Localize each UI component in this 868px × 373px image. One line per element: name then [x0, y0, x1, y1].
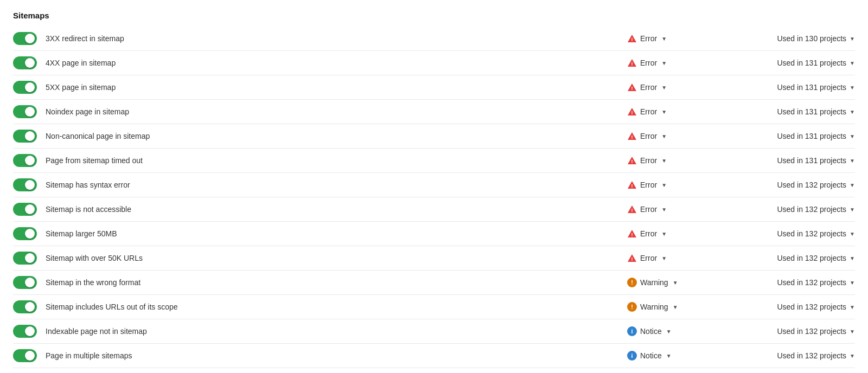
warning-icon: ! [627, 278, 637, 287]
row-label: Sitemap includes URLs out of its scope [46, 303, 178, 311]
table-row: Sitemap larger 50MB ! Error ▼ Used in 13… [13, 222, 855, 246]
toggle-thumb [25, 253, 35, 263]
severity-dropdown[interactable]: i Notice ▼ [627, 351, 736, 361]
svg-text:!: ! [631, 208, 633, 213]
severity-text: Error [640, 132, 657, 140]
toggle-switch[interactable] [13, 81, 37, 94]
toggle-track [13, 81, 37, 94]
projects-dropdown[interactable]: Used in 131 projects ▼ [736, 59, 855, 67]
toggle-switch[interactable] [13, 203, 37, 216]
toggle-switch[interactable] [13, 252, 37, 265]
toggle-thumb [25, 156, 35, 165]
svg-text:!: ! [631, 232, 633, 237]
projects-dropdown[interactable]: Used in 131 projects ▼ [736, 107, 855, 116]
projects-dropdown[interactable]: Used in 131 projects ▼ [736, 156, 855, 165]
projects-dropdown[interactable]: Used in 131 projects ▼ [736, 132, 855, 140]
severity-text: Error [640, 181, 657, 189]
projects-dropdown[interactable]: Used in 132 projects ▼ [736, 327, 855, 336]
projects-text: Used in 132 projects [777, 327, 846, 336]
error-icon: ! [627, 156, 637, 165]
table-row: 4XX page in sitemap ! Error ▼ Used in 13… [13, 51, 855, 75]
toggle-thumb [25, 82, 35, 92]
severity-dropdown-arrow: ▼ [661, 158, 667, 164]
toggle-thumb [25, 351, 35, 361]
projects-dropdown[interactable]: Used in 132 projects ▼ [736, 229, 855, 238]
toggle-switch[interactable] [13, 105, 37, 118]
projects-dropdown-arrow: ▼ [850, 280, 855, 286]
toggle-thumb [25, 34, 35, 43]
toggle-switch[interactable] [13, 325, 37, 338]
projects-dropdown[interactable]: Used in 132 projects ▼ [736, 181, 855, 189]
row-label: Noindex page in sitemap [46, 107, 129, 116]
severity-dropdown[interactable]: ! Error ▼ [627, 156, 736, 165]
toggle-track [13, 154, 37, 167]
severity-dropdown[interactable]: ! Error ▼ [627, 205, 736, 214]
toggle-switch[interactable] [13, 154, 37, 167]
projects-text: Used in 130 projects [777, 34, 846, 43]
notice-icon: i [627, 326, 637, 336]
toggle-switch[interactable] [13, 276, 37, 289]
severity-text: Error [640, 83, 657, 92]
severity-dropdown[interactable]: ! Error ▼ [627, 254, 736, 262]
projects-dropdown[interactable]: Used in 132 projects ▼ [736, 303, 855, 311]
severity-dropdown[interactable]: i Notice ▼ [627, 326, 736, 336]
toggle-switch[interactable] [13, 178, 37, 191]
severity-dropdown-arrow: ▼ [666, 329, 672, 335]
projects-text: Used in 131 projects [777, 156, 846, 165]
toggle-switch[interactable] [13, 349, 37, 362]
severity-dropdown[interactable]: ! Error ▼ [627, 83, 736, 92]
row-label: Indexable page not in sitemap [46, 327, 147, 336]
row-label: Sitemap larger 50MB [46, 229, 117, 238]
severity-dropdown[interactable]: ! Error ▼ [627, 107, 736, 116]
severity-dropdown[interactable]: ! Warning ▼ [627, 278, 736, 287]
projects-dropdown[interactable]: Used in 132 projects ▼ [736, 254, 855, 262]
toggle-switch[interactable] [13, 300, 37, 313]
projects-text: Used in 132 projects [777, 351, 846, 360]
severity-dropdown-arrow: ▼ [673, 280, 678, 286]
toggle-switch[interactable] [13, 56, 37, 69]
severity-text: Notice [640, 351, 662, 360]
toggle-switch[interactable] [13, 32, 37, 45]
table-row: 5XX page in sitemap ! Error ▼ Used in 13… [13, 75, 855, 100]
projects-dropdown-arrow: ▼ [850, 60, 855, 66]
severity-dropdown[interactable]: ! Error ▼ [627, 59, 736, 67]
projects-text: Used in 131 projects [777, 59, 846, 67]
toggle-thumb [25, 107, 35, 117]
projects-dropdown[interactable]: Used in 132 projects ▼ [736, 278, 855, 287]
toggle-thumb [25, 326, 35, 336]
row-label: Sitemap with over 50K URLs [46, 254, 143, 262]
toggle-switch[interactable] [13, 130, 37, 143]
sitemaps-table: 3XX redirect in sitemap ! Error ▼ Used i… [13, 27, 855, 368]
svg-text:!: ! [631, 279, 633, 286]
toggle-thumb [25, 131, 35, 141]
severity-text: Error [640, 34, 657, 43]
severity-dropdown[interactable]: ! Warning ▼ [627, 302, 736, 312]
toggle-thumb [25, 229, 35, 239]
row-label: 4XX page in sitemap [46, 59, 116, 67]
severity-dropdown[interactable]: ! Error ▼ [627, 34, 736, 43]
projects-dropdown[interactable]: Used in 130 projects ▼ [736, 34, 855, 43]
severity-dropdown[interactable]: ! Error ▼ [627, 132, 736, 140]
toggle-track [13, 32, 37, 45]
projects-dropdown-arrow: ▼ [850, 36, 855, 42]
toggle-track [13, 178, 37, 191]
projects-dropdown[interactable]: Used in 132 projects ▼ [736, 351, 855, 360]
projects-text: Used in 132 projects [777, 229, 846, 238]
severity-dropdown-arrow: ▼ [661, 182, 667, 188]
table-row: Sitemap with over 50K URLs ! Error ▼ Use… [13, 246, 855, 271]
severity-dropdown[interactable]: ! Error ▼ [627, 181, 736, 189]
projects-dropdown[interactable]: Used in 132 projects ▼ [736, 205, 855, 214]
toggle-switch[interactable] [13, 227, 37, 240]
projects-dropdown-arrow: ▼ [850, 158, 855, 164]
severity-dropdown-arrow: ▼ [661, 255, 667, 261]
severity-dropdown[interactable]: ! Error ▼ [627, 229, 736, 238]
table-row: Page from sitemap timed out ! Error ▼ Us… [13, 149, 855, 173]
severity-text: Error [640, 156, 657, 165]
section-title: Sitemaps [13, 11, 855, 20]
row-label: Page from sitemap timed out [46, 156, 143, 165]
toggle-track [13, 349, 37, 362]
severity-text: Warning [640, 278, 668, 287]
projects-dropdown[interactable]: Used in 131 projects ▼ [736, 83, 855, 92]
svg-text:!: ! [631, 110, 633, 115]
table-row: Sitemap in the wrong format ! Warning ▼ … [13, 271, 855, 295]
